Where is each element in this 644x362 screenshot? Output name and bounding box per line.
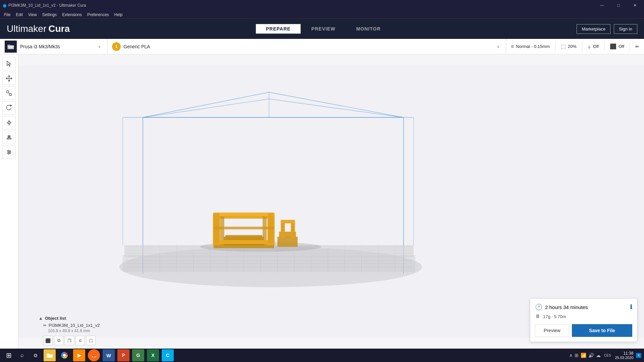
viewport[interactable]: ▲ Object list ✏ PI3MK3M_10_Lid_1x1_v2 10… xyxy=(18,54,644,349)
adhesion-setting[interactable]: ⬛ Off xyxy=(610,43,624,50)
start-button[interactable]: ⊞ xyxy=(3,349,15,361)
save-to-file-button[interactable]: Save to File xyxy=(572,324,632,337)
material-prev-arrow[interactable]: ‹ xyxy=(495,42,501,51)
info-icon[interactable]: ℹ xyxy=(630,303,632,311)
taskbar-app-cura[interactable]: C xyxy=(162,349,174,361)
minimize-btn[interactable]: — xyxy=(595,2,609,9)
svg-point-22 xyxy=(9,152,11,153)
object-dimensions: 103.8 x 49.8 x 41.8 mm xyxy=(39,328,100,333)
edit-icon: ✏ xyxy=(43,323,47,328)
taskbar-app-chrome[interactable] xyxy=(58,349,70,361)
up-arrow-icon[interactable]: ∧ xyxy=(569,353,573,358)
menu-settings[interactable]: Settings xyxy=(40,12,59,18)
taskbar-app-green[interactable]: G xyxy=(132,349,144,361)
adhesion-icon: ⬛ xyxy=(610,43,616,50)
close-btn[interactable]: ✕ xyxy=(629,2,641,9)
printer-prev-arrow[interactable]: ‹ xyxy=(97,42,102,51)
print-info-card: 🕐 2 hours 34 minutes ℹ ⏸ 17g · 5.70m Pre… xyxy=(530,298,637,342)
cloud-icon[interactable]: ☁ xyxy=(596,353,601,358)
tool-per-model[interactable] xyxy=(2,145,16,159)
svg-marker-0 xyxy=(7,61,11,66)
object-list-label: Object list xyxy=(45,316,66,321)
menu-extensions[interactable]: Extensions xyxy=(59,12,85,18)
object-name: PI3MK3M_10_Lid_1x1_v2 xyxy=(49,323,100,328)
tool-select[interactable] xyxy=(2,57,16,70)
taskbar-app-excel[interactable]: X xyxy=(147,349,159,361)
menu-view[interactable]: View xyxy=(25,12,40,18)
open-folder-button[interactable] xyxy=(5,41,17,53)
menu-edit[interactable]: Edit xyxy=(13,12,25,18)
wifi-icon[interactable]: 📶 xyxy=(581,353,586,358)
svg-marker-6 xyxy=(11,78,12,79)
menu-preferences[interactable]: Preferences xyxy=(85,12,112,18)
volume-icon[interactable]: 🔊 xyxy=(588,353,594,358)
print-time: 🕐 2 hours 34 minutes xyxy=(535,303,588,311)
quality-value: Normal - 0.15mm xyxy=(516,44,549,49)
svg-marker-5 xyxy=(6,78,7,79)
printer-name: Prusa i3 Mk3/Mk3s xyxy=(20,44,97,49)
object-actions: ⬛ ⧉ ❐ ⧈ ☐ xyxy=(39,336,100,345)
tool-rotate[interactable] xyxy=(2,101,16,115)
titlebar: ◉ PI3MK3M_10_Lid_1x1_v2 - Ultimaker Cura… xyxy=(0,0,644,11)
infill-value: 20% xyxy=(568,44,577,49)
svg-rect-71 xyxy=(214,240,274,244)
obj-action-3[interactable]: ❐ xyxy=(65,336,74,345)
app-logo: Ultimaker Cura xyxy=(7,23,70,34)
settings-section: ≡ Normal - 0.15mm ⬚ 20% ⏚ Off ⬛ Off ✏ xyxy=(506,39,644,54)
svg-marker-13 xyxy=(9,121,11,124)
object-item: ✏ PI3MK3M_10_Lid_1x1_v2 xyxy=(39,323,100,328)
svg-marker-12 xyxy=(7,121,9,124)
svg-rect-8 xyxy=(9,94,11,96)
tool-support[interactable] xyxy=(2,131,16,144)
filament-icon: ⏸ xyxy=(535,313,540,319)
tab-preview[interactable]: PREVIEW xyxy=(301,24,346,34)
taskbar: ⊞ ⌕ ⧉ ▶ 🦊 W P G X C ∧ ⊞ 📶 xyxy=(0,349,644,362)
menu-help[interactable]: Help xyxy=(112,12,125,18)
taskbar-app-word[interactable]: W xyxy=(103,349,115,361)
maximize-btn[interactable]: □ xyxy=(613,2,625,9)
tool-mirror[interactable] xyxy=(2,116,16,129)
collapse-icon[interactable]: ▲ xyxy=(39,316,43,321)
date-display: 25.03.2020 xyxy=(615,356,633,360)
search-button[interactable]: ⌕ xyxy=(16,349,28,361)
obj-action-4[interactable]: ⧈ xyxy=(75,336,85,345)
taskbar-app-explorer[interactable] xyxy=(44,349,56,361)
material-badge: 1 xyxy=(112,42,121,51)
window-controls: — □ ✕ xyxy=(595,2,641,9)
preview-button[interactable]: Preview xyxy=(535,324,569,337)
ces-label: CES xyxy=(604,354,611,357)
obj-action-5[interactable]: ☐ xyxy=(86,336,96,345)
network-icon[interactable]: ⊞ xyxy=(575,353,579,358)
material-usage-label: 17g · 5.70m xyxy=(543,314,566,319)
taskbar-app-vlc[interactable]: ▶ xyxy=(73,349,85,361)
sys-tray: ∧ ⊞ 📶 🔊 ☁ CES xyxy=(569,353,612,358)
svg-rect-24 xyxy=(18,65,644,338)
svg-marker-3 xyxy=(8,75,10,76)
obj-action-1[interactable]: ⬛ xyxy=(43,336,53,345)
tool-move[interactable] xyxy=(2,72,16,85)
svg-rect-7 xyxy=(7,91,9,93)
support-setting[interactable]: ⏚ Off xyxy=(588,44,599,50)
taskbar-app-firefox[interactable]: 🦊 xyxy=(88,349,100,361)
menu-file[interactable]: File xyxy=(1,12,13,18)
task-view-button[interactable]: ⧉ xyxy=(30,349,42,361)
tab-prepare[interactable]: PREPARE xyxy=(256,24,301,34)
svg-rect-81 xyxy=(281,220,295,223)
infill-setting[interactable]: ⬚ 20% xyxy=(561,43,577,50)
signin-button[interactable]: Sign in xyxy=(614,24,637,34)
edit-settings[interactable]: ✏ xyxy=(635,44,639,49)
settings-divider-3 xyxy=(604,42,604,51)
notification-badge[interactable]: 4 xyxy=(636,353,641,358)
time-display: 11:38 xyxy=(615,351,633,356)
tab-monitor[interactable]: MONITOR xyxy=(346,24,391,34)
taskbar-app-powerpoint[interactable]: P xyxy=(117,349,129,361)
svg-rect-14 xyxy=(7,138,11,139)
support-icon: ⏚ xyxy=(588,44,591,50)
svg-rect-68 xyxy=(214,213,274,216)
pencil-icon: ✏ xyxy=(635,44,639,49)
tool-scale[interactable] xyxy=(2,86,16,100)
header-right: Marketplace Sign in xyxy=(577,24,637,34)
obj-action-2[interactable]: ⧉ xyxy=(54,336,63,345)
marketplace-button[interactable]: Marketplace xyxy=(577,24,610,34)
quality-setting[interactable]: ≡ Normal - 0.15mm xyxy=(511,44,550,50)
